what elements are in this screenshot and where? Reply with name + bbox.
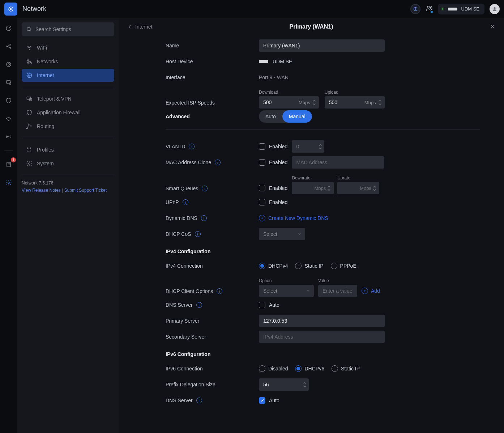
page-title: Primary (WAN1)	[119, 24, 504, 30]
info-icon[interactable]: i	[201, 215, 207, 221]
value-input[interactable]	[318, 285, 357, 297]
info-icon[interactable]: i	[217, 288, 222, 294]
dns-auto-checkbox[interactable]: Auto	[259, 302, 279, 308]
chevron-down-icon	[327, 188, 331, 191]
section-ipv4: IPv4 Configuration	[166, 249, 480, 254]
download-input[interactable]	[259, 96, 319, 109]
check-icon	[260, 186, 264, 190]
label-primary-server: Primary Server	[166, 318, 259, 324]
check-icon	[260, 398, 264, 403]
rail-security-icon[interactable]	[4, 95, 14, 106]
ipv4-pppoe-radio[interactable]: PPPoE	[331, 263, 356, 269]
sidebar-item-internet[interactable]: Internet	[22, 69, 114, 82]
stepper-download[interactable]	[312, 98, 316, 107]
sidebar-item-wifi[interactable]: WiFi	[22, 41, 114, 54]
unifi-logo[interactable]	[4, 3, 17, 16]
vlan-enabled-checkbox[interactable]: Enabled	[259, 143, 287, 150]
sidebar-item-firewall[interactable]: Application Firewall	[22, 106, 114, 119]
mac-enabled-checkbox[interactable]: Enabled	[259, 159, 287, 166]
profiles-icon	[26, 147, 33, 153]
advanced-manual-button[interactable]: Manual	[282, 110, 312, 123]
ddns-create-link[interactable]: Create New Dynamic DNS	[259, 215, 328, 221]
svg-point-19	[27, 27, 30, 31]
chevron-up-icon	[319, 144, 322, 147]
rail-devices-icon[interactable]	[4, 59, 14, 69]
rail-topology-icon[interactable]	[4, 41, 14, 51]
user-avatar[interactable]	[490, 4, 500, 14]
sq-enabled-checkbox[interactable]: Enabled	[259, 185, 287, 191]
clients-icon[interactable]	[426, 5, 433, 13]
sidebar-item-label: Internet	[37, 72, 54, 78]
sidebar: WiFi Networks Internet Teleport & VPN Ap…	[17, 18, 119, 433]
svg-point-10	[10, 47, 11, 48]
label-dhcp-options: DHCP Client Optionsi	[166, 288, 259, 297]
primary-server-input[interactable]	[259, 315, 385, 327]
wifi-icon	[26, 44, 33, 51]
advanced-auto-button[interactable]: Auto	[259, 110, 282, 123]
info-icon[interactable]: i	[189, 144, 195, 149]
advanced-toggle: Auto Manual	[259, 110, 312, 123]
chevron-up-icon	[312, 99, 316, 102]
info-icon[interactable]: i	[195, 231, 201, 237]
dns-auto-v6-checkbox[interactable]: Auto	[259, 397, 279, 404]
device-icon	[259, 60, 268, 63]
ipv6-static-radio[interactable]: Static IP	[332, 365, 360, 372]
info-icon[interactable]: i	[202, 186, 208, 191]
option-select[interactable]: Select	[259, 285, 314, 297]
support-link[interactable]: Submit Support Ticket	[64, 188, 107, 193]
label-downrate: Downrate	[292, 175, 333, 181]
info-icon[interactable]: i	[215, 160, 221, 165]
sidebar-item-vpn[interactable]: Teleport & VPN	[22, 92, 114, 105]
prefix-input[interactable]	[259, 378, 309, 391]
vpn-icon	[26, 95, 33, 102]
network-logo-icon[interactable]	[410, 4, 420, 14]
back-button[interactable]: Internet	[127, 24, 152, 30]
rail-dashboard-icon[interactable]	[4, 23, 14, 33]
rail-events-icon[interactable]: 1	[4, 160, 14, 170]
name-input[interactable]	[259, 39, 385, 52]
search-input[interactable]	[22, 22, 114, 36]
ipv4-dhcpv4-radio[interactable]: DHCPv4	[259, 263, 288, 269]
rail-clients-icon[interactable]	[4, 77, 14, 88]
main-header: Internet Primary (WAN1)	[119, 18, 504, 35]
svg-point-6	[494, 7, 495, 9]
upload-input[interactable]	[325, 96, 385, 109]
chevron-up-icon	[373, 185, 376, 188]
sidebar-item-routing[interactable]: Routing	[22, 120, 114, 133]
svg-point-16	[8, 136, 9, 137]
svg-point-8	[6, 46, 7, 47]
search-field[interactable]	[35, 26, 110, 32]
add-option-button[interactable]: Add	[362, 288, 380, 294]
plus-icon	[362, 288, 368, 294]
plus-icon	[259, 215, 265, 221]
version-text: Network 7.5.176	[22, 181, 114, 186]
info-icon[interactable]: i	[183, 199, 188, 205]
release-notes-link[interactable]: View Release Notes	[22, 188, 61, 193]
label-vlan: VLAN IDi	[166, 144, 259, 149]
label-uprate: Uprate	[337, 175, 379, 181]
close-button[interactable]	[490, 24, 495, 30]
info-icon[interactable]: i	[196, 302, 202, 308]
sidebar-item-label: System	[37, 161, 54, 166]
sidebar-item-system[interactable]: System	[22, 157, 114, 170]
sidebar-item-profiles[interactable]: Profiles	[22, 143, 114, 156]
ipv6-disabled-radio[interactable]: Disabled	[259, 365, 288, 372]
svg-point-33	[29, 163, 30, 165]
secondary-server-input[interactable]	[259, 331, 385, 343]
info-icon[interactable]: i	[196, 398, 202, 403]
label-ddns: Dynamic DNSi	[166, 215, 259, 221]
ipv6-dhcpv6-radio[interactable]: DHCPv6	[295, 365, 324, 372]
stepper-prefix[interactable]	[303, 380, 307, 389]
ipv4-static-radio[interactable]: Static IP	[295, 263, 323, 269]
cos-select[interactable]: Select	[259, 228, 305, 240]
sidebar-item-networks[interactable]: Networks	[22, 55, 114, 68]
svg-point-31	[30, 148, 31, 149]
rail-wifi-ai-icon[interactable]	[4, 114, 14, 124]
rail-radio-icon[interactable]	[4, 132, 14, 142]
rail-settings-icon[interactable]	[4, 178, 14, 188]
device-selector[interactable]: UDM SE	[438, 4, 484, 14]
upnp-enabled-checkbox[interactable]: Enabled	[259, 199, 287, 205]
stepper-upload[interactable]	[378, 98, 382, 107]
svg-point-1	[10, 8, 12, 10]
svg-point-9	[10, 44, 11, 45]
